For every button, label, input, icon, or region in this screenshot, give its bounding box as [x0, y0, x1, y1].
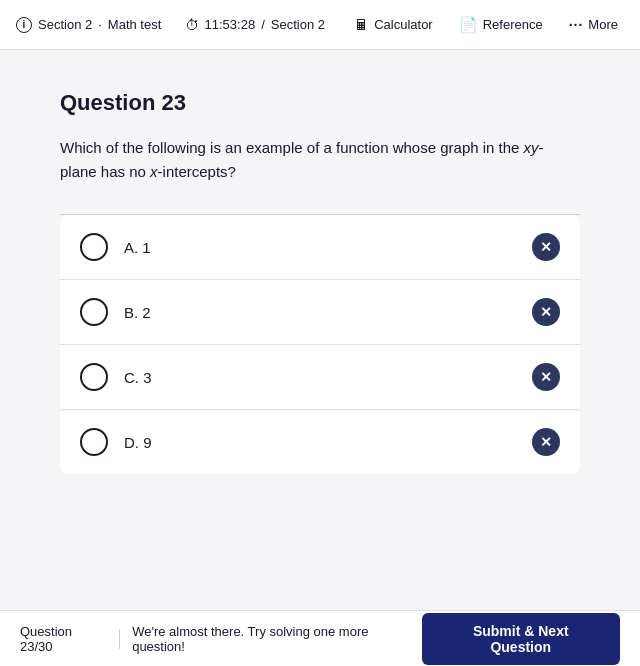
question-italic-xy: xy: [524, 139, 539, 156]
choice-row-b[interactable]: B. 2 ✕: [60, 280, 580, 345]
question-italic-x: x: [150, 163, 158, 180]
calculator-button[interactable]: 🖩 Calculator: [348, 12, 439, 37]
section-info: i Section 2 · Math test: [16, 17, 161, 33]
timer-value: 11:53:28: [205, 17, 256, 32]
section-label: Section 2: [38, 17, 92, 32]
main-content: Question 23 Which of the following is an…: [0, 50, 640, 610]
dots-icon: ···: [569, 17, 584, 33]
question-text: Which of the following is an example of …: [60, 136, 580, 184]
eliminate-b[interactable]: ✕: [532, 298, 560, 326]
choice-left-d: D. 9: [80, 428, 152, 456]
choice-label-c: C. 3: [124, 369, 152, 386]
more-button[interactable]: ··· More: [563, 13, 624, 37]
info-icon: i: [16, 17, 32, 33]
question-title: Question 23: [60, 90, 580, 116]
bottom-left: Question 23/30 We're almost there. Try s…: [20, 624, 422, 654]
choice-row-c[interactable]: C. 3 ✕: [60, 345, 580, 410]
radio-a[interactable]: [80, 233, 108, 261]
timer-section-label: Section 2: [271, 17, 325, 32]
clock-icon: ⏱: [185, 17, 199, 33]
question-text-part1: Which of the following is an example of …: [60, 139, 524, 156]
test-name: Math test: [108, 17, 161, 32]
timer-section: ⏱ 11:53:28 / Section 2: [185, 17, 325, 33]
reference-label: Reference: [483, 17, 543, 32]
bottom-bar: Question 23/30 We're almost there. Try s…: [0, 610, 640, 666]
radio-d[interactable]: [80, 428, 108, 456]
choice-row-d[interactable]: D. 9 ✕: [60, 410, 580, 474]
top-bar: i Section 2 · Math test ⏱ 11:53:28 / Sec…: [0, 0, 640, 50]
choices-container: A. 1 ✕ B. 2 ✕ C. 3 ✕ D. 9 ✕: [60, 215, 580, 474]
radio-b[interactable]: [80, 298, 108, 326]
timer-slash: /: [261, 17, 265, 32]
bottom-divider: [119, 629, 120, 649]
eliminate-c[interactable]: ✕: [532, 363, 560, 391]
toolbar-actions: 🖩 Calculator 📄 Reference ··· More: [348, 12, 624, 38]
encouragement-text: We're almost there. Try solving one more…: [132, 624, 421, 654]
calculator-icon: 🖩: [354, 16, 369, 33]
choice-label-b: B. 2: [124, 304, 151, 321]
question-progress: Question 23/30: [20, 624, 107, 654]
reference-icon: 📄: [459, 16, 478, 34]
dot-separator: ·: [98, 17, 102, 32]
reference-button[interactable]: 📄 Reference: [453, 12, 549, 38]
choice-left-b: B. 2: [80, 298, 151, 326]
eliminate-d[interactable]: ✕: [532, 428, 560, 456]
choice-label-a: A. 1: [124, 239, 151, 256]
calculator-label: Calculator: [374, 17, 433, 32]
choice-label-d: D. 9: [124, 434, 152, 451]
submit-button[interactable]: Submit & Next Question: [422, 613, 621, 665]
radio-c[interactable]: [80, 363, 108, 391]
choice-left-c: C. 3: [80, 363, 152, 391]
more-label: More: [588, 17, 618, 32]
choice-left-a: A. 1: [80, 233, 151, 261]
choice-row-a[interactable]: A. 1 ✕: [60, 215, 580, 280]
eliminate-a[interactable]: ✕: [532, 233, 560, 261]
question-text-part3: -intercepts?: [158, 163, 236, 180]
